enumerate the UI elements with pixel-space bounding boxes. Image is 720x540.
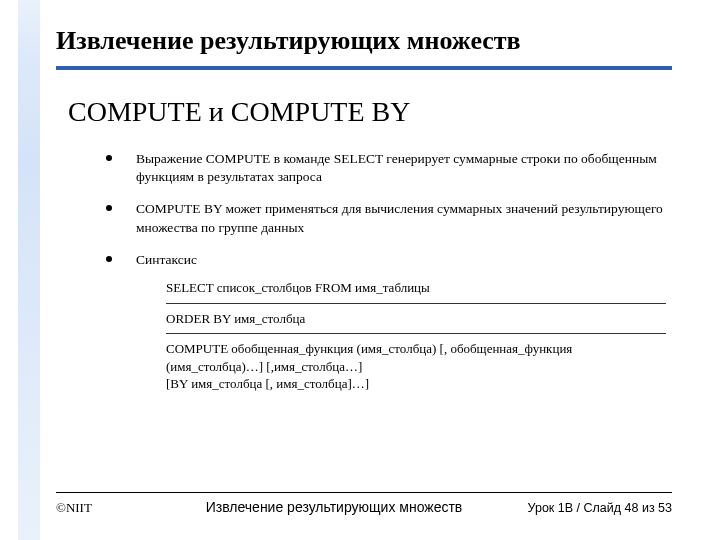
bullet-icon <box>106 205 112 211</box>
syntax-block: SELECT список_столбцов FROM имя_таблицы … <box>166 275 666 399</box>
list-item: COMPUTE BY может применяться для вычисле… <box>106 200 666 236</box>
slide-subtitle: COMPUTE и COMPUTE BY <box>68 96 410 128</box>
slide: Извлечение результирующих множеств COMPU… <box>0 0 720 540</box>
syntax-line: ORDER BY имя_столбца <box>166 306 666 335</box>
bullet-icon <box>106 256 112 262</box>
footer-copyright: ©NIIT <box>56 500 166 516</box>
bullet-icon <box>106 155 112 161</box>
title-underline <box>56 66 672 70</box>
bullet-text: COMPUTE BY может применяться для вычисле… <box>136 200 666 236</box>
list-item: Синтаксис <box>106 251 666 269</box>
syntax-line: SELECT список_столбцов FROM имя_таблицы <box>166 275 666 304</box>
bullet-text: Синтаксис <box>136 251 666 269</box>
slide-footer: ©NIIT Извлечение результирующих множеств… <box>56 492 672 516</box>
list-item: Выражение COMPUTE в команде SELECT генер… <box>106 150 666 186</box>
bullet-list: Выражение COMPUTE в команде SELECT генер… <box>106 150 666 401</box>
footer-page-indicator: Урок 1B / Слайд 48 из 53 <box>502 501 672 515</box>
syntax-line: COMPUTE обобщенная_функция (имя_столбца)… <box>166 336 666 399</box>
slide-title: Извлечение результирующих множеств <box>56 26 672 56</box>
decorative-stripe <box>18 0 40 540</box>
bullet-text: Выражение COMPUTE в команде SELECT генер… <box>136 150 666 186</box>
title-block: Извлечение результирующих множеств <box>56 26 672 70</box>
footer-title: Извлечение результирующих множеств <box>166 499 502 515</box>
